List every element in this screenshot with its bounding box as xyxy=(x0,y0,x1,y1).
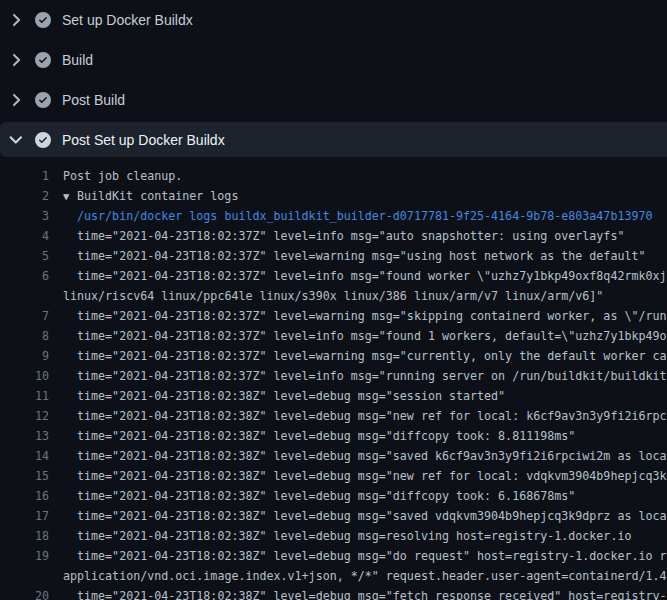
log-row: 11 time="2021-04-23T18:02:38Z" level=deb… xyxy=(0,386,667,406)
step-header-build[interactable]: Build xyxy=(0,40,667,80)
log-line-number[interactable]: 4 xyxy=(0,226,49,246)
log-line-text: time="2021-04-23T18:02:37Z" level=warnin… xyxy=(63,246,645,266)
step-highlight-band xyxy=(0,42,667,77)
log-row: 15 time="2021-04-23T18:02:38Z" level=deb… xyxy=(0,466,667,486)
log-line-text: time="2021-04-23T18:02:37Z" level=warnin… xyxy=(63,346,667,366)
log-group-row[interactable]: 2▼BuildKit container logs xyxy=(0,186,667,206)
chevron-right-icon xyxy=(0,0,28,40)
step-label: Set up Docker Buildx xyxy=(62,0,193,40)
log-line-text: time="2021-04-23T18:02:38Z" level=debug … xyxy=(63,486,575,506)
log-row: 4 time="2021-04-23T18:02:37Z" level=info… xyxy=(0,226,667,246)
log-line-text: time="2021-04-23T18:02:38Z" level=debug … xyxy=(63,406,667,426)
log-line-number[interactable]: 1 xyxy=(0,166,49,186)
log-line-number[interactable]: 14 xyxy=(0,446,49,466)
log-row: 5 time="2021-04-23T18:02:37Z" level=warn… xyxy=(0,246,667,266)
log-line-text: time="2021-04-23T18:02:37Z" level=warnin… xyxy=(63,306,667,326)
step-header-set-up-docker-buildx[interactable]: Set up Docker Buildx xyxy=(0,0,667,40)
log-line-text: time="2021-04-23T18:02:38Z" level=debug … xyxy=(63,526,631,546)
group-collapse-triangle-icon: ▼ xyxy=(63,186,77,206)
log-row: 1Post job cleanup. xyxy=(0,166,667,186)
log-row: 10 time="2021-04-23T18:02:37Z" level=inf… xyxy=(0,366,667,386)
log-line-number[interactable]: 3 xyxy=(0,206,49,226)
check-circle-icon xyxy=(35,132,51,148)
log-command-row: 3 /usr/bin/docker logs buildx_buildkit_b… xyxy=(0,206,667,226)
log-row: 17 time="2021-04-23T18:02:38Z" level=deb… xyxy=(0,506,667,526)
log-line-number[interactable]: 16 xyxy=(0,486,49,506)
log-line-text: time="2021-04-23T18:02:38Z" level=debug … xyxy=(63,446,667,466)
check-circle-icon xyxy=(35,92,51,108)
log-row: 16 time="2021-04-23T18:02:38Z" level=deb… xyxy=(0,486,667,506)
log-line-text: /usr/bin/docker logs buildx_buildkit_bui… xyxy=(63,206,652,226)
log-line-number[interactable]: 19 xyxy=(0,546,49,566)
log-line-text: time="2021-04-23T18:02:38Z" level=debug … xyxy=(63,546,667,566)
log-line-text: time="2021-04-23T18:02:37Z" level=info m… xyxy=(63,366,667,386)
log-line-number[interactable]: 12 xyxy=(0,406,49,426)
log-line-text: Post job cleanup. xyxy=(63,166,182,186)
log-line-text: application/vnd.oci.image.index.v1+json,… xyxy=(63,566,667,586)
log-line-number[interactable]: 18 xyxy=(0,526,49,546)
chevron-down-icon xyxy=(0,120,28,160)
log-row: 7 time="2021-04-23T18:02:37Z" level=warn… xyxy=(0,306,667,326)
log-row: 8 time="2021-04-23T18:02:37Z" level=info… xyxy=(0,326,667,346)
step-header-post-set-up-docker-buildx[interactable]: Post Set up Docker Buildx xyxy=(0,120,667,160)
step-header-post-build[interactable]: Post Build xyxy=(0,80,667,120)
log-line-number[interactable]: 8 xyxy=(0,326,49,346)
log-row: 13 time="2021-04-23T18:02:38Z" level=deb… xyxy=(0,426,667,446)
step-label: Post Set up Docker Buildx xyxy=(62,120,225,160)
log-row: 14 time="2021-04-23T18:02:38Z" level=deb… xyxy=(0,446,667,466)
log-line-text: time="2021-04-23T18:02:37Z" level=info m… xyxy=(63,226,624,246)
group-label: BuildKit container logs xyxy=(77,189,238,203)
log-line-text: time="2021-04-23T18:02:38Z" level=debug … xyxy=(63,466,667,486)
log-line-text: linux/riscv64 linux/ppc64le linux/s390x … xyxy=(63,286,603,306)
log-line-number xyxy=(0,286,49,306)
log-row: 19 time="2021-04-23T18:02:38Z" level=deb… xyxy=(0,546,667,566)
steps-list: Set up Docker BuildxBuildPost BuildPost … xyxy=(0,0,667,160)
log-row: 20 time="2021-04-23T18:02:38Z" level=deb… xyxy=(0,586,667,600)
log-line-text: time="2021-04-23T18:02:38Z" level=debug … xyxy=(63,586,667,600)
log-row: application/vnd.oci.image.index.v1+json,… xyxy=(0,566,667,586)
log-line-number[interactable]: 20 xyxy=(0,586,49,600)
log-row: 12 time="2021-04-23T18:02:38Z" level=deb… xyxy=(0,406,667,426)
log-viewer: 1Post job cleanup.2▼BuildKit container l… xyxy=(0,160,667,600)
log-row: 18 time="2021-04-23T18:02:38Z" level=deb… xyxy=(0,526,667,546)
log-line-number xyxy=(0,566,49,586)
check-circle-icon xyxy=(35,12,51,28)
log-line-number[interactable]: 2 xyxy=(0,186,49,206)
chevron-right-icon xyxy=(0,80,28,120)
log-line-number[interactable]: 17 xyxy=(0,506,49,526)
log-line-text: ▼BuildKit container logs xyxy=(63,186,238,206)
log-line-number[interactable]: 10 xyxy=(0,366,49,386)
check-circle-icon xyxy=(35,52,51,68)
step-label: Post Build xyxy=(62,80,125,120)
log-row: 6 time="2021-04-23T18:02:37Z" level=info… xyxy=(0,266,667,286)
log-line-text: time="2021-04-23T18:02:38Z" level=debug … xyxy=(63,506,667,526)
log-line-text: time="2021-04-23T18:02:37Z" level=info m… xyxy=(63,266,667,286)
log-line-text: time="2021-04-23T18:02:38Z" level=debug … xyxy=(63,426,575,446)
log-line-number[interactable]: 6 xyxy=(0,266,49,286)
log-row: 9 time="2021-04-23T18:02:37Z" level=warn… xyxy=(0,346,667,366)
log-line-number[interactable]: 7 xyxy=(0,306,49,326)
log-line-number[interactable]: 9 xyxy=(0,346,49,366)
log-line-number[interactable]: 11 xyxy=(0,386,49,406)
log-row: linux/riscv64 linux/ppc64le linux/s390x … xyxy=(0,286,667,306)
log-line-text: time="2021-04-23T18:02:37Z" level=info m… xyxy=(63,326,667,346)
log-line-number[interactable]: 5 xyxy=(0,246,49,266)
chevron-right-icon xyxy=(0,40,28,80)
step-label: Build xyxy=(62,40,93,80)
log-line-text: time="2021-04-23T18:02:38Z" level=debug … xyxy=(63,386,505,406)
log-line-number[interactable]: 13 xyxy=(0,426,49,446)
log-line-number[interactable]: 15 xyxy=(0,466,49,486)
